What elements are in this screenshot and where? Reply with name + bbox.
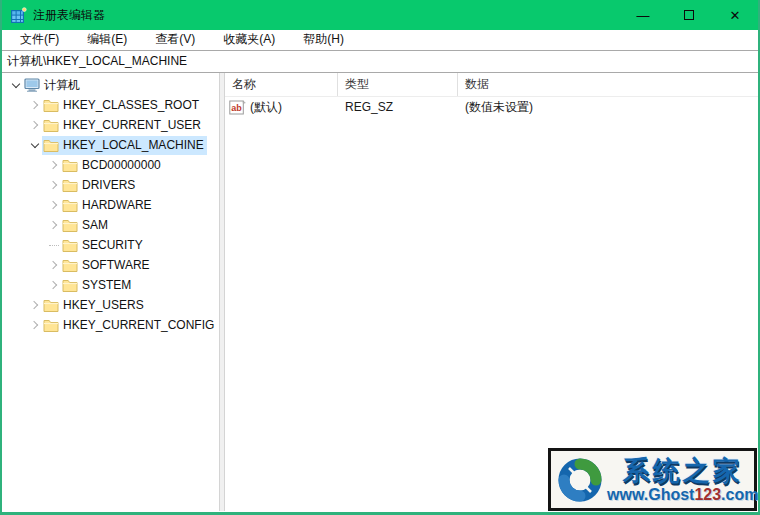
value-data-cell: (数值未设置) (458, 99, 758, 116)
menu-item[interactable]: 编辑(E) (77, 29, 137, 51)
menu-bar: 文件(F)编辑(E)查看(V)收藏夹(A)帮助(H) (2, 30, 758, 51)
menu-item[interactable]: 文件(F) (10, 29, 69, 51)
chevron-right-icon[interactable] (46, 282, 61, 288)
tree-node-content[interactable]: SAM (61, 216, 111, 235)
chevron-right-icon[interactable] (46, 262, 61, 268)
chevron-right-icon[interactable] (27, 102, 42, 108)
tree-node-content[interactable]: HKEY_CLASSES_ROOT (42, 96, 202, 115)
minimize-button[interactable]: — (620, 0, 666, 30)
window-title: 注册表编辑器 (33, 7, 620, 24)
folder-icon (62, 258, 78, 272)
computer-icon (24, 78, 40, 92)
watermark-logo-icon (555, 455, 605, 505)
chevron-down-icon[interactable] (8, 83, 23, 87)
title-bar: 注册表编辑器 — ✕ (2, 0, 758, 30)
maximize-button[interactable] (666, 0, 712, 30)
tree-item-BCD00000000[interactable]: BCD00000000 (2, 155, 219, 175)
maximize-icon (684, 10, 694, 20)
watermark-site-name: 系统之家 (623, 456, 743, 486)
tree-item-HKEY_LOCAL_MACHINE[interactable]: HKEY_LOCAL_MACHINE (2, 135, 219, 155)
tree-node-content[interactable]: HKEY_LOCAL_MACHINE (42, 136, 207, 155)
address-path: 计算机\HKEY_LOCAL_MACHINE (2, 53, 187, 70)
tree-item-计算机[interactable]: 计算机 (2, 75, 219, 95)
registry-editor-window: 注册表编辑器 — ✕ 文件(F)编辑(E)查看(V)收藏夹(A)帮助(H) 计算… (0, 0, 760, 515)
list-body: ab(默认)REG_SZ(数值未设置) (225, 97, 758, 117)
watermark-url: www.Ghost123.com (607, 486, 758, 504)
tree-node-label: SAM (82, 218, 108, 232)
column-header-data[interactable]: 数据 (458, 73, 758, 96)
tree-item-SECURITY[interactable]: SECURITY (2, 235, 219, 255)
tree-node-content[interactable]: HKEY_CURRENT_USER (42, 116, 204, 135)
tree-node-content[interactable]: DRIVERS (61, 176, 138, 195)
tree-item-HKEY_CURRENT_CONFIG[interactable]: HKEY_CURRENT_CONFIG (2, 315, 219, 335)
tree-item-DRIVERS[interactable]: DRIVERS (2, 175, 219, 195)
tree-node-content[interactable]: SECURITY (61, 236, 146, 255)
menu-item[interactable]: 帮助(H) (293, 29, 354, 51)
value-name: (默认) (250, 99, 282, 116)
folder-icon (62, 198, 78, 212)
folder-icon (43, 298, 59, 312)
value-name-cell[interactable]: ab(默认) (225, 99, 338, 116)
value-type-cell: REG_SZ (338, 100, 458, 114)
menu-item[interactable]: 收藏夹(A) (213, 29, 285, 51)
string-value-icon: ab (229, 100, 246, 115)
tree-node-content[interactable]: SYSTEM (61, 276, 134, 295)
tree-node-label: HKEY_USERS (63, 298, 144, 312)
tree-node-content[interactable]: HKEY_CURRENT_CONFIG (42, 316, 217, 335)
main-area: 计算机HKEY_CLASSES_ROOTHKEY_CURRENT_USERHKE… (2, 73, 758, 511)
tree-node-label: HKEY_LOCAL_MACHINE (63, 138, 204, 152)
tree-node-label: 计算机 (44, 77, 80, 94)
tree-node-content[interactable]: HKEY_USERS (42, 296, 147, 315)
chevron-right-icon[interactable] (27, 322, 42, 328)
tree-item-HKEY_CLASSES_ROOT[interactable]: HKEY_CLASSES_ROOT (2, 95, 219, 115)
folder-icon (62, 218, 78, 232)
tree-node-label: HKEY_CURRENT_CONFIG (63, 318, 214, 332)
chevron-right-icon[interactable] (46, 182, 61, 188)
tree-item-HKEY_CURRENT_USER[interactable]: HKEY_CURRENT_USER (2, 115, 219, 135)
tree-node-label: HARDWARE (82, 198, 152, 212)
folder-icon (43, 318, 59, 332)
svg-text:ab: ab (231, 103, 242, 113)
tree-item-HKEY_USERS[interactable]: HKEY_USERS (2, 295, 219, 315)
folder-icon (43, 138, 59, 152)
watermark-text: 系统之家 www.Ghost123.com (607, 456, 758, 504)
tree-node-label: SECURITY (82, 238, 143, 252)
menu-item[interactable]: 查看(V) (145, 29, 205, 51)
tree-node-content[interactable]: 计算机 (23, 76, 83, 95)
value-row[interactable]: ab(默认)REG_SZ(数值未设置) (225, 97, 758, 117)
folder-icon (62, 278, 78, 292)
column-header-name[interactable]: 名称 (225, 73, 338, 96)
tree-node-label: SYSTEM (82, 278, 131, 292)
chevron-right-icon[interactable] (46, 162, 61, 168)
tree-item-SAM[interactable]: SAM (2, 215, 219, 235)
tree-item-SYSTEM[interactable]: SYSTEM (2, 275, 219, 295)
folder-icon (62, 158, 78, 172)
chevron-right-icon[interactable] (27, 302, 42, 308)
tree-node-content[interactable]: SOFTWARE (61, 256, 153, 275)
chevron-right-icon[interactable] (27, 122, 42, 128)
tree-node-label: HKEY_CLASSES_ROOT (63, 98, 199, 112)
registry-grid-icon (10, 7, 27, 24)
column-header-type[interactable]: 类型 (338, 73, 458, 96)
values-list-pane: 名称类型数据 ab(默认)REG_SZ(数值未设置) (225, 73, 758, 511)
address-bar[interactable]: 计算机\HKEY_LOCAL_MACHINE (2, 51, 758, 73)
folder-icon (43, 98, 59, 112)
tree-node-label: HKEY_CURRENT_USER (63, 118, 201, 132)
folder-icon (62, 178, 78, 192)
tree-node-content[interactable]: BCD00000000 (61, 156, 164, 175)
watermark-badge: 系统之家 www.Ghost123.com (548, 448, 757, 511)
tree-item-SOFTWARE[interactable]: SOFTWARE (2, 255, 219, 275)
no-children-stub (46, 245, 61, 246)
tree-node-content[interactable]: HARDWARE (61, 196, 155, 215)
chevron-right-icon[interactable] (46, 222, 61, 228)
registry-tree-pane: 计算机HKEY_CLASSES_ROOTHKEY_CURRENT_USERHKE… (2, 73, 219, 511)
close-button[interactable]: ✕ (712, 0, 758, 30)
folder-icon (62, 238, 78, 252)
tree-node-label: DRIVERS (82, 178, 135, 192)
tree-node-label: SOFTWARE (82, 258, 150, 272)
chevron-down-icon[interactable] (27, 143, 42, 147)
folder-icon (43, 118, 59, 132)
tree-item-HARDWARE[interactable]: HARDWARE (2, 195, 219, 215)
list-header: 名称类型数据 (225, 73, 758, 97)
chevron-right-icon[interactable] (46, 202, 61, 208)
